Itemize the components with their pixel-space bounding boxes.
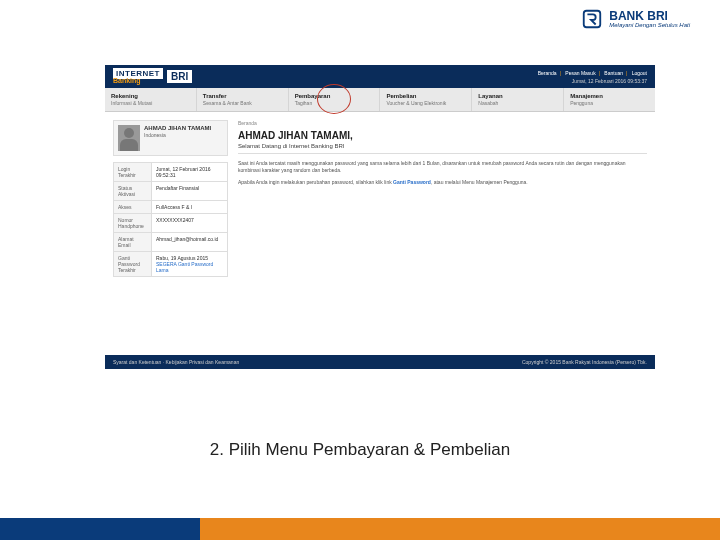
main-nav: RekeningInformasi & Mutasi TransferSesam…: [105, 88, 655, 112]
nav-transfer[interactable]: TransferSesama & Antar Bank: [197, 88, 289, 111]
nav-layanan[interactable]: LayananNasabah: [472, 88, 564, 111]
table-row: Alamat EmailAhmad_jihan@hotmail.co.id: [114, 233, 228, 252]
link-inbox[interactable]: Pesan Masuk: [565, 70, 595, 76]
table-row: Status AktivasiPendaftar Finansial: [114, 182, 228, 201]
link-change-password-side[interactable]: SEGERA Ganti Password Lama: [156, 261, 213, 273]
brand-name: BANK BRI: [609, 10, 690, 22]
notice-paragraph-2: Apabila Anda ingin melakukan perubahan p…: [238, 179, 647, 186]
header-bar: INTERNET Banking BRI Beranda| Pesan Masu…: [105, 65, 655, 88]
slide-bottom-bar: [0, 518, 720, 540]
sidebar: AHMAD JIHAN TAMAMI Indonesia Login Terak…: [113, 120, 228, 277]
user-country: Indonesia: [144, 132, 211, 138]
user-name: AHMAD JIHAN TAMAMI: [144, 125, 211, 132]
notice-paragraph-1: Saat ini Anda tercatat masih menggunakan…: [238, 160, 647, 174]
welcome-name: AHMAD JIHAN TAMAMI,: [238, 130, 647, 141]
logo-word-bri: BRI: [167, 70, 192, 83]
link-change-password[interactable]: Ganti Password: [393, 179, 431, 185]
footer-right: Copyright © 2015 Bank Rakyat Indonesia (…: [522, 359, 647, 365]
footer-bar: Syarat dan Ketentuan · Kebijakan Privasi…: [105, 355, 655, 369]
link-home[interactable]: Beranda: [538, 70, 557, 76]
header-datetime: Jumat, 12 Februari 2016 09:53:37: [538, 78, 647, 84]
table-row: Nomor HandphoneXXXXXXXX2407: [114, 214, 228, 233]
main-content: Beranda AHMAD JIHAN TAMAMI, Selamat Data…: [238, 120, 647, 277]
user-card: AHMAD JIHAN TAMAMI Indonesia: [113, 120, 228, 156]
nav-pembelian[interactable]: PembelianVoucher & Uang Elektronik: [380, 88, 472, 111]
header-links: Beranda| Pesan Masuk| Bantuan| Logout: [538, 70, 647, 76]
link-help[interactable]: Bantuan: [604, 70, 623, 76]
highlight-circle-icon: [317, 84, 351, 114]
bri-logo-icon: [581, 8, 603, 30]
welcome-subtitle: Selamat Datang di Internet Banking BRI: [238, 143, 647, 154]
avatar-icon: [118, 125, 140, 151]
table-row: Ganti Password TerakhirRabu, 19 Agustus …: [114, 252, 228, 277]
slide-caption: 2. Pilih Menu Pembayaran & Pembelian: [0, 440, 720, 460]
link-logout[interactable]: Logout: [632, 70, 647, 76]
table-row: Login TerakhirJumat, 12 Februari 2016 09…: [114, 163, 228, 182]
breadcrumb: Beranda: [238, 120, 647, 126]
brand-header: BANK BRI Melayani Dengan Setulus Hati: [581, 8, 690, 30]
ib-logo: INTERNET Banking BRI: [113, 69, 192, 84]
user-info-table: Login TerakhirJumat, 12 Februari 2016 09…: [113, 162, 228, 277]
nav-pembayaran[interactable]: PembayaranTagihan: [289, 88, 381, 111]
footer-left: Syarat dan Ketentuan · Kebijakan Privasi…: [113, 359, 239, 365]
nav-rekening[interactable]: RekeningInformasi & Mutasi: [105, 88, 197, 111]
table-row: AksesFullAccess F & I: [114, 201, 228, 214]
brand-tagline: Melayani Dengan Setulus Hati: [609, 22, 690, 28]
nav-manajemen[interactable]: ManajemenPengguna: [564, 88, 655, 111]
app-screenshot: INTERNET Banking BRI Beranda| Pesan Masu…: [105, 65, 655, 369]
